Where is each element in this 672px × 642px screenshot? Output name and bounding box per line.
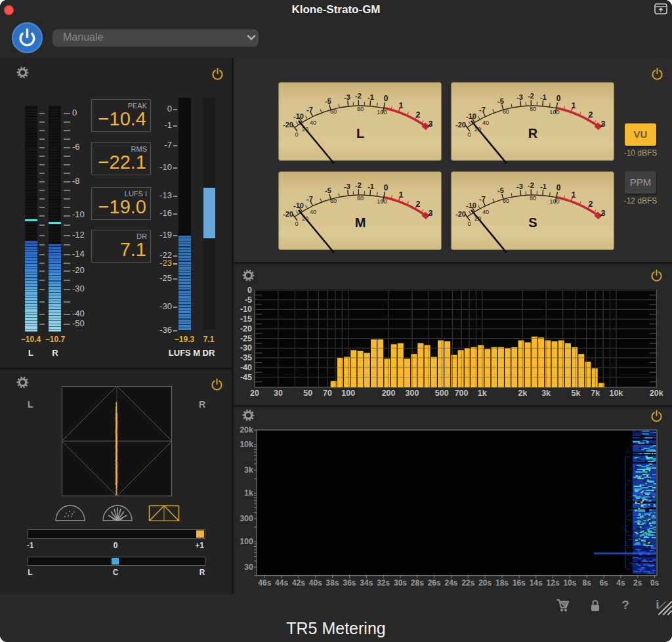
svg-text:30: 30	[274, 389, 283, 398]
svg-text:-30: -30	[240, 343, 252, 353]
svg-text:26s: 26s	[428, 578, 441, 588]
svg-text:28s: 28s	[411, 578, 424, 588]
svg-text:100: 100	[377, 198, 387, 205]
svg-text:4s: 4s	[616, 578, 625, 588]
svg-text:60: 60	[503, 108, 509, 115]
svg-text:22s: 22s	[461, 578, 474, 588]
svg-text:30: 30	[244, 563, 253, 572]
svg-text:80: 80	[357, 195, 364, 202]
svg-text:16s: 16s	[513, 578, 526, 588]
svg-text:50: 50	[303, 389, 312, 398]
svg-text:2: 2	[416, 110, 421, 119]
svg-text:1: 1	[399, 190, 404, 200]
svg-text:-2: -2	[355, 92, 362, 100]
svg-text:20: 20	[250, 389, 259, 398]
svg-text:5k: 5k	[571, 389, 580, 398]
svg-text:80: 80	[357, 106, 364, 112]
svg-text:100: 100	[341, 389, 355, 398]
svg-text:0: 0	[384, 94, 388, 103]
svg-text:14s: 14s	[530, 578, 543, 588]
svg-text:32s: 32s	[377, 578, 390, 588]
svg-text:0s: 0s	[650, 578, 660, 588]
svg-text:-5: -5	[325, 186, 331, 194]
svg-text:-7: -7	[306, 195, 313, 203]
svg-text:7k: 7k	[591, 389, 600, 398]
svg-text:-5: -5	[497, 186, 504, 194]
svg-text:100: 100	[377, 109, 387, 116]
svg-text:-40: -40	[240, 363, 252, 372]
svg-text:0: 0	[247, 286, 252, 295]
svg-text:70: 70	[323, 389, 332, 398]
svg-text:-5: -5	[325, 97, 331, 105]
svg-text:-20: -20	[283, 210, 293, 218]
svg-text:0: 0	[384, 183, 388, 192]
svg-text:-7: -7	[479, 106, 486, 114]
svg-text:0: 0	[467, 221, 471, 227]
svg-text:10s: 10s	[563, 578, 576, 588]
svg-text:3: 3	[429, 209, 433, 218]
svg-text:42s: 42s	[292, 578, 305, 588]
svg-text:0: 0	[556, 94, 561, 103]
svg-text:3k: 3k	[244, 465, 253, 475]
svg-text:18s: 18s	[495, 578, 509, 588]
svg-text:0: 0	[295, 221, 298, 227]
svg-text:3: 3	[601, 209, 606, 218]
svg-text:12s: 12s	[547, 578, 560, 588]
svg-text:1: 1	[399, 101, 404, 110]
svg-text:-10: -10	[293, 112, 304, 120]
svg-text:-1: -1	[540, 182, 547, 190]
svg-text:2k: 2k	[518, 389, 527, 398]
svg-text:0: 0	[556, 183, 561, 192]
svg-text:-2: -2	[528, 92, 534, 100]
svg-text:1k: 1k	[478, 389, 487, 398]
svg-text:-20: -20	[240, 324, 252, 333]
svg-text:-1: -1	[540, 93, 547, 101]
svg-text:-3: -3	[344, 182, 350, 190]
svg-text:0: 0	[467, 131, 471, 138]
svg-text:500: 500	[435, 389, 449, 398]
svg-text:-10: -10	[240, 305, 252, 314]
svg-text:-20: -20	[455, 210, 466, 218]
svg-text:-20: -20	[455, 121, 466, 129]
svg-text:-1: -1	[368, 182, 374, 190]
svg-text:2: 2	[416, 200, 421, 209]
svg-text:2s: 2s	[633, 578, 642, 588]
svg-text:8s: 8s	[583, 578, 592, 588]
svg-text:-15: -15	[240, 314, 252, 324]
svg-text:-20: -20	[283, 121, 293, 129]
svg-text:700: 700	[455, 389, 469, 398]
svg-text:-10: -10	[466, 112, 476, 120]
svg-text:100: 100	[549, 198, 559, 205]
svg-text:10k: 10k	[609, 389, 623, 398]
svg-text:-35: -35	[240, 353, 252, 362]
svg-text:80: 80	[530, 106, 536, 112]
svg-text:-3: -3	[516, 93, 523, 101]
svg-text:-3: -3	[516, 182, 523, 190]
svg-text:24s: 24s	[444, 578, 457, 588]
svg-text:-10: -10	[466, 202, 476, 209]
svg-text:-5: -5	[497, 97, 504, 105]
svg-text:2: 2	[589, 110, 593, 119]
svg-text:-3: -3	[344, 93, 350, 101]
svg-text:80: 80	[530, 195, 536, 202]
svg-text:-1: -1	[368, 93, 374, 101]
svg-text:3: 3	[601, 119, 606, 129]
svg-text:-45: -45	[240, 373, 252, 382]
svg-text:40: 40	[482, 209, 489, 215]
svg-text:60: 60	[330, 198, 337, 204]
svg-text:L: L	[356, 126, 364, 140]
svg-text:6s: 6s	[599, 578, 608, 588]
svg-text:1: 1	[572, 190, 576, 200]
svg-text:-25: -25	[240, 334, 252, 343]
svg-text:100: 100	[549, 109, 559, 116]
svg-text:46s: 46s	[258, 578, 271, 588]
svg-text:40s: 40s	[309, 578, 322, 588]
svg-text:1k: 1k	[244, 488, 253, 498]
svg-text:60: 60	[503, 198, 509, 204]
svg-text:M: M	[355, 215, 366, 230]
svg-text:3k: 3k	[541, 389, 551, 398]
svg-text:40: 40	[310, 209, 316, 215]
svg-text:-7: -7	[479, 195, 486, 203]
svg-text:60: 60	[330, 108, 337, 115]
svg-text:-7: -7	[306, 106, 313, 114]
